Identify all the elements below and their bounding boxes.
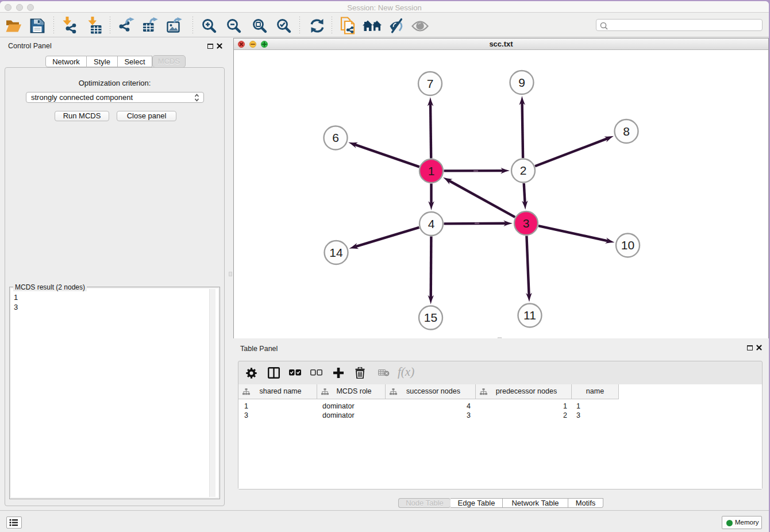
svg-text:8: 8	[623, 125, 630, 138]
svg-text:1: 1	[428, 164, 435, 178]
svg-text:10: 10	[621, 238, 634, 252]
svg-text:14: 14	[329, 246, 343, 259]
svg-text:15: 15	[424, 311, 437, 324]
svg-text:4: 4	[428, 217, 435, 230]
svg-text:6: 6	[332, 131, 339, 144]
svg-text:2: 2	[520, 164, 527, 177]
svg-text:11: 11	[523, 309, 536, 322]
svg-text:3: 3	[523, 217, 530, 230]
svg-text:7: 7	[427, 77, 434, 90]
svg-text:9: 9	[518, 76, 525, 89]
